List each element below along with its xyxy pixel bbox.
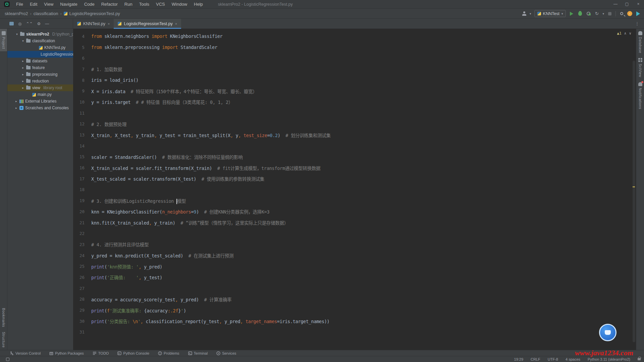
code-line[interactable]: 14	[73, 140, 636, 152]
tree-item-preprocessing[interactable]: ▸preprocessing	[7, 71, 73, 78]
run-button[interactable]	[569, 11, 574, 16]
tree-chevron-icon[interactable]: ▾	[21, 39, 24, 43]
tree-item-scratches-and-consoles[interactable]: ▸Scratches and Consoles	[7, 105, 73, 111]
code-editor[interactable]: 4from sklearn.neighbors import KNeighbor…	[73, 29, 636, 350]
run-configuration-select[interactable]: KNNTest ▾	[534, 10, 566, 17]
toolwindow-button-terminal[interactable]: Terminal	[188, 351, 208, 355]
toolwindow-button-todo[interactable]: TODO	[93, 351, 109, 355]
close-button[interactable]: ×	[633, 0, 644, 8]
write-lock-icon[interactable]	[638, 358, 641, 360]
code-line[interactable]: 22	[73, 228, 636, 239]
code-line[interactable]: 25print('knn预测值: ', y_pred)	[73, 261, 636, 272]
maximize-button[interactable]: ▢	[621, 0, 633, 8]
code-line[interactable]: 8iris = load_iris()	[73, 75, 636, 86]
tree-item-logisticregression[interactable]: LogisticRegression	[7, 51, 73, 58]
tool-window-quick-access-icon[interactable]	[6, 358, 9, 361]
close-tab-icon[interactable]: ×	[108, 22, 110, 26]
coverage-button[interactable]	[586, 11, 591, 16]
tree-item-main-py[interactable]: main.py	[7, 91, 73, 98]
tree-item-view[interactable]: ▸viewlibrary root	[7, 84, 73, 91]
tree-chevron-icon[interactable]: ▸	[21, 86, 24, 89]
tree-item-sklearnpro2[interactable]: ▾sklearnPro2D:\python_p	[7, 31, 73, 38]
code-line[interactable]: 5from sklearn.preprocessing import Stand…	[73, 42, 636, 53]
editor-tab-knntest-py[interactable]: KNNTest.py×	[73, 19, 114, 28]
tree-chevron-icon[interactable]: ▸	[21, 73, 24, 76]
code-line[interactable]: 30print('分类报告: \n', classification_repor…	[73, 316, 636, 327]
close-tab-icon[interactable]: ×	[175, 22, 177, 26]
stop-button[interactable]	[607, 11, 612, 16]
chevron-down-icon[interactable]: ▾	[602, 12, 604, 15]
code-line[interactable]: 17X_test_scaled = scaler.transform(X_tes…	[73, 173, 636, 184]
chevron-down-icon[interactable]: ▾	[530, 12, 531, 15]
debug-button[interactable]	[577, 11, 583, 16]
menu-view[interactable]: View	[41, 1, 56, 8]
menu-vcs[interactable]: VCS	[153, 1, 168, 8]
code-line[interactable]: 18	[73, 184, 636, 195]
tool-stripe-project[interactable]: Project	[0, 29, 7, 51]
code-line[interactable]: 11	[73, 108, 636, 119]
status-caret-position[interactable]: 19:29	[514, 357, 524, 361]
tree-chevron-icon[interactable]: ▸	[21, 66, 24, 69]
code-line[interactable]: 7# 1. 加载数据	[73, 64, 636, 75]
settings-icon[interactable]: ⚙	[37, 22, 41, 26]
toolwindow-button-python-packages[interactable]: Python Packages	[49, 351, 84, 355]
tree-item-classification[interactable]: ▾classification	[7, 38, 73, 44]
code-line[interactable]: 24y_pred = knn.predict(X_test_scaled) # …	[73, 250, 636, 261]
menu-refactor[interactable]: Refactor	[98, 1, 121, 8]
editor-tab-logisticregressiontest-py[interactable]: LogisticRegressionTest.py×	[114, 19, 181, 28]
next-problem-icon[interactable]: ∨	[629, 31, 631, 36]
toolwindow-button-services[interactable]: Services	[216, 351, 236, 355]
status-line-separator[interactable]: CRLF	[531, 357, 540, 361]
code-with-me-icon[interactable]	[522, 11, 527, 16]
breadcrumb-item[interactable]: LogisticRegressionTest.py	[69, 11, 120, 16]
code-line[interactable]: 19# 3. 创建和训练LogisticRegression 模型	[73, 195, 636, 206]
inspections-widget[interactable]: ▲1 ∧ ∨	[617, 31, 632, 36]
code-line[interactable]: 15scaler = StandardScaler() # 数据标准化：消除不同…	[73, 152, 636, 163]
status-file-encoding[interactable]: UTF-8	[548, 357, 558, 361]
tree-chevron-icon[interactable]: ▾	[15, 33, 18, 36]
editor-scrollbar[interactable]	[633, 61, 635, 342]
status-python-interpreter[interactable]: Python 3.11 (sklearnPro2)	[588, 357, 630, 361]
tree-item-knntest-py[interactable]: KNNTest.py	[7, 44, 73, 51]
update-available-icon[interactable]: ↑	[627, 11, 632, 16]
tree-chevron-icon[interactable]: ▸	[21, 59, 24, 63]
tool-stripe-sciview[interactable]: SciView	[638, 56, 642, 80]
code-line[interactable]: 6	[73, 53, 636, 64]
code-line[interactable]: 23# 4. 进行预测并且评估模型	[73, 239, 636, 250]
tree-item-external-libraries[interactable]: ▸External Libraries	[7, 98, 73, 105]
code-line[interactable]: 21knn.fit(X_train_scaled, y_train) # “训练…	[73, 217, 636, 228]
code-line[interactable]: 4from sklearn.neighbors import KNeighbor…	[73, 31, 636, 42]
tool-stripe-structure[interactable]: Structure	[2, 329, 6, 350]
tree-item-feature[interactable]: ▸feature	[7, 64, 73, 71]
tree-chevron-icon[interactable]: ▸	[15, 100, 18, 103]
toolwindow-button-version-control[interactable]: Version Control	[10, 351, 41, 355]
code-line[interactable]: 9X = iris.data # 特征矩阵（150个样本，4个特征：萼长、萼宽、…	[73, 85, 636, 97]
search-everywhere-icon[interactable]	[619, 11, 624, 16]
menu-edit[interactable]: Edit	[27, 1, 40, 8]
profiler-button[interactable]: ↻	[594, 11, 599, 16]
code-line[interactable]: 26print('正确值: ', y_test)	[73, 272, 636, 283]
menu-tools[interactable]: Tools	[136, 1, 152, 8]
warning-stripe-mark[interactable]	[633, 186, 635, 187]
code-line[interactable]: 28accuracy = accuracy_score(y_test, y_pr…	[73, 294, 636, 305]
tree-item-reduction[interactable]: ▸reduction	[7, 78, 73, 84]
menu-file[interactable]: File	[13, 1, 26, 8]
tool-stripe-database[interactable]: Database	[638, 29, 642, 56]
toolwindow-button-problems[interactable]: Problems	[158, 351, 179, 355]
tool-stripe-notifications[interactable]: Notifications	[638, 80, 642, 112]
tree-chevron-icon[interactable]: ▸	[15, 106, 18, 110]
menu-run[interactable]: Run	[121, 1, 136, 8]
code-line[interactable]: 13X_train, X_test, y_train, y_test = tra…	[73, 129, 636, 140]
code-line[interactable]: 20knn = KNeighborsClassifier(n_neighbors…	[73, 206, 636, 217]
breadcrumb-item[interactable]: classification	[34, 11, 58, 16]
code-line[interactable]: 27	[73, 283, 636, 294]
tree-chevron-icon[interactable]: ▸	[21, 79, 24, 83]
select-opened-file-icon[interactable]: ◎	[18, 22, 21, 26]
code-line[interactable]: 12# 2. 数据预处理	[73, 119, 636, 130]
status-indent-style[interactable]: 4 spaces	[566, 357, 580, 361]
code-line[interactable]: 10y = iris.target # # 特征值 目标向量（3类鸢尾花: 0,…	[73, 97, 636, 108]
prev-problem-icon[interactable]: ∧	[624, 31, 627, 36]
tool-stripe-bookmarks[interactable]: Bookmarks	[2, 306, 6, 329]
code-line[interactable]: 16X_train_scaled = scaler.fit_transform(…	[73, 162, 636, 173]
breadcrumb[interactable]: sklearnPro2›classification›LogisticRegre…	[5, 11, 120, 16]
